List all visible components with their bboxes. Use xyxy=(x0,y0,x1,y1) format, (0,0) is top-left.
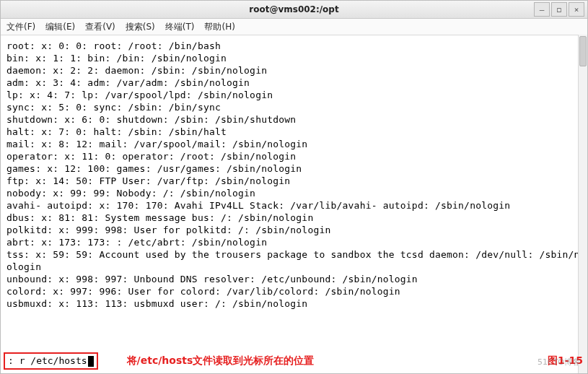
terminal-line: adm: x: 3: 4: adm: /var/adm: /sbin/nolog… xyxy=(6,77,582,89)
terminal-line: lp: x: 4: 7: lp: /var/spool/lpd: /sbin/n… xyxy=(6,89,582,101)
menubar: 文件(F) 编辑(E) 查看(V) 搜索(S) 终端(T) 帮助(H) xyxy=(1,19,587,35)
terminal-line: halt: x: 7: 0: halt: /sbin: /sbin/halt xyxy=(6,126,582,138)
terminal-line: root: x: 0: 0: root: /root: /bin/bash xyxy=(6,40,582,52)
titlebar: root@vms002:/opt – ◻ × xyxy=(1,1,587,19)
command-row: : r /etc/hosts 将/etc/hosts文件读取到光标所在的位置 图… xyxy=(4,353,583,369)
cursor-icon xyxy=(88,356,94,367)
terminal-window: root@vms002:/opt – ◻ × 文件(F) 编辑(E) 查看(V)… xyxy=(0,0,588,374)
terminal-line: abrt: x: 173: 173: : /etc/abrt: /sbin/no… xyxy=(6,236,582,248)
menu-help[interactable]: 帮助(H) xyxy=(204,21,234,33)
terminal-line: usbmuxd: x: 113: 113: usbmuxd user: /: /… xyxy=(6,297,582,310)
terminal-line: ftp: x: 14: 50: FTP User: /var/ftp: /sbi… xyxy=(6,175,582,187)
terminal-line: daemon: x: 2: 2: daemon: /sbin: /sbin/no… xyxy=(6,64,582,77)
menu-file[interactable]: 文件(F) xyxy=(6,21,35,33)
terminal-line: colord: x: 997: 996: User for colord: /v… xyxy=(6,285,582,297)
menu-search[interactable]: 搜索(S) xyxy=(126,21,155,33)
close-button[interactable]: × xyxy=(569,2,584,17)
maximize-button[interactable]: ◻ xyxy=(551,2,567,17)
terminal-line: bin: x: 1: 1: bin: /bin: /sbin/nologin xyxy=(6,52,582,64)
menu-terminal[interactable]: 终端(T) xyxy=(165,21,195,33)
menu-view[interactable]: 查看(V) xyxy=(85,21,115,33)
terminal-line: games: x: 12: 100: games: /usr/games: /s… xyxy=(6,162,582,175)
terminal-line: avahi- autoipd: x: 170: 170: Avahi IPv4L… xyxy=(6,199,582,212)
scroll-thumb[interactable] xyxy=(579,36,587,66)
terminal-line: mail: x: 8: 12: mail: /var/spool/mail: /… xyxy=(6,138,582,150)
terminal-line: unbound: x: 998: 997: Unbound DNS resolv… xyxy=(6,273,582,285)
window-title: root@vms002:/opt xyxy=(249,4,338,14)
menu-edit[interactable]: 编辑(E) xyxy=(45,21,75,33)
command-box: : r /etc/hosts xyxy=(4,352,98,370)
terminal-line: polkitd: x: 999: 998: User for polkitd: … xyxy=(6,224,582,236)
terminal-line: operator: x: 11: 0: operator: /root: /sb… xyxy=(6,150,582,162)
terminal-line: nobody: x: 99: 99: Nobody: /: /sbin/nolo… xyxy=(6,187,582,199)
terminal-line: sync: x: 5: 0: sync: /sbin: /bin/sync xyxy=(6,101,582,113)
command-text: : r /etc/hosts xyxy=(8,355,87,368)
terminal-line: dbus: x: 81: 81: System message bus: /: … xyxy=(6,212,582,224)
scrollbar[interactable] xyxy=(578,35,587,373)
watermark: 51CTO博客 xyxy=(537,357,580,368)
minimize-button[interactable]: – xyxy=(534,2,550,17)
terminal-line: shutdown: x: 6: 0: shutdown: /sbin: /sbi… xyxy=(6,113,582,126)
terminal-output[interactable]: root: x: 0: 0: root: /root: /bin/bashbin… xyxy=(1,35,587,311)
window-buttons: – ◻ × xyxy=(534,2,584,17)
annotation-text: 将/etc/hosts文件读取到光标所在的位置 xyxy=(127,355,315,368)
terminal-line: tss: x: 59: 59: Account used by the trou… xyxy=(6,248,582,273)
